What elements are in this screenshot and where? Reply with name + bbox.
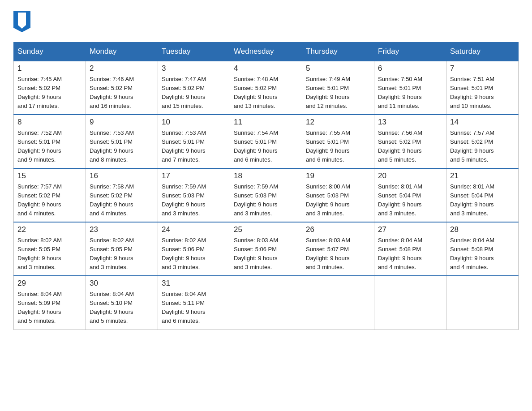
day-info: Sunrise: 7:59 AMSunset: 5:03 PMDaylight:… — [162, 182, 226, 218]
day-number: 7 — [450, 64, 515, 73]
logo — [13, 9, 34, 34]
day-number: 17 — [162, 171, 226, 180]
day-header-thursday: Thursday — [302, 43, 374, 61]
week-row-5: 29Sunrise: 8:04 AMSunset: 5:09 PMDayligh… — [14, 276, 519, 330]
calendar-cell: 30Sunrise: 8:04 AMSunset: 5:10 PMDayligh… — [86, 276, 158, 330]
calendar-cell: 21Sunrise: 8:01 AMSunset: 5:04 PMDayligh… — [446, 168, 519, 222]
day-number: 16 — [90, 171, 154, 180]
week-row-2: 8Sunrise: 7:52 AMSunset: 5:01 PMDaylight… — [14, 115, 519, 168]
day-info: Sunrise: 8:02 AMSunset: 5:06 PMDaylight:… — [162, 236, 226, 272]
calendar-cell: 27Sunrise: 8:04 AMSunset: 5:08 PMDayligh… — [374, 222, 446, 276]
day-header-saturday: Saturday — [446, 43, 519, 61]
day-number: 20 — [378, 171, 442, 180]
day-info: Sunrise: 7:47 AMSunset: 5:02 PMDaylight:… — [162, 75, 226, 111]
day-number: 5 — [306, 64, 370, 73]
calendar-cell: 3Sunrise: 7:47 AMSunset: 5:02 PMDaylight… — [158, 61, 230, 115]
calendar-cell: 26Sunrise: 8:03 AMSunset: 5:07 PMDayligh… — [302, 222, 374, 276]
day-number: 1 — [17, 64, 82, 73]
day-info: Sunrise: 7:51 AMSunset: 5:01 PMDaylight:… — [450, 75, 515, 111]
calendar-cell: 18Sunrise: 7:59 AMSunset: 5:03 PMDayligh… — [230, 168, 302, 222]
calendar-cell — [302, 276, 374, 330]
calendar-cell: 25Sunrise: 8:03 AMSunset: 5:06 PMDayligh… — [230, 222, 302, 276]
calendar-table: SundayMondayTuesdayWednesdayThursdayFrid… — [13, 42, 519, 330]
day-number: 30 — [90, 279, 154, 288]
day-number: 12 — [306, 118, 370, 127]
day-info: Sunrise: 7:59 AMSunset: 5:03 PMDaylight:… — [234, 182, 298, 218]
calendar-cell: 9Sunrise: 7:53 AMSunset: 5:01 PMDaylight… — [86, 115, 158, 168]
day-info: Sunrise: 8:04 AMSunset: 5:09 PMDaylight:… — [17, 290, 82, 326]
day-number: 31 — [162, 279, 226, 288]
day-header-monday: Monday — [86, 43, 158, 61]
week-row-4: 22Sunrise: 8:02 AMSunset: 5:05 PMDayligh… — [14, 222, 519, 276]
day-number: 9 — [90, 118, 154, 127]
day-number: 23 — [90, 225, 154, 234]
day-number: 15 — [17, 171, 82, 180]
calendar-cell: 12Sunrise: 7:55 AMSunset: 5:01 PMDayligh… — [302, 115, 374, 168]
day-info: Sunrise: 8:02 AMSunset: 5:05 PMDaylight:… — [90, 236, 154, 272]
calendar-cell: 20Sunrise: 8:01 AMSunset: 5:04 PMDayligh… — [374, 168, 446, 222]
calendar-cell: 7Sunrise: 7:51 AMSunset: 5:01 PMDaylight… — [446, 61, 519, 115]
day-number: 2 — [90, 64, 154, 73]
day-info: Sunrise: 7:53 AMSunset: 5:01 PMDaylight:… — [162, 128, 226, 165]
calendar-cell: 8Sunrise: 7:52 AMSunset: 5:01 PMDaylight… — [14, 115, 86, 168]
day-info: Sunrise: 8:04 AMSunset: 5:10 PMDaylight:… — [90, 290, 154, 326]
day-number: 11 — [234, 118, 298, 127]
day-info: Sunrise: 8:03 AMSunset: 5:07 PMDaylight:… — [306, 236, 370, 272]
calendar-cell: 28Sunrise: 8:04 AMSunset: 5:08 PMDayligh… — [446, 222, 519, 276]
day-info: Sunrise: 8:03 AMSunset: 5:06 PMDaylight:… — [234, 236, 298, 272]
calendar-cell: 4Sunrise: 7:48 AMSunset: 5:02 PMDaylight… — [230, 61, 302, 115]
day-number: 28 — [450, 225, 515, 234]
calendar-cell: 1Sunrise: 7:45 AMSunset: 5:02 PMDaylight… — [14, 61, 86, 115]
calendar-cell: 22Sunrise: 8:02 AMSunset: 5:05 PMDayligh… — [14, 222, 86, 276]
day-info: Sunrise: 7:57 AMSunset: 5:02 PMDaylight:… — [17, 182, 82, 218]
day-info: Sunrise: 8:00 AMSunset: 5:03 PMDaylight:… — [306, 182, 370, 218]
day-number: 6 — [378, 64, 442, 73]
day-info: Sunrise: 7:48 AMSunset: 5:02 PMDaylight:… — [234, 75, 298, 111]
calendar-cell: 24Sunrise: 8:02 AMSunset: 5:06 PMDayligh… — [158, 222, 230, 276]
day-number: 21 — [450, 171, 515, 180]
day-header-friday: Friday — [374, 43, 446, 61]
calendar-cell — [446, 276, 519, 330]
calendar-cell: 15Sunrise: 7:57 AMSunset: 5:02 PMDayligh… — [14, 168, 86, 222]
calendar-cell: 11Sunrise: 7:54 AMSunset: 5:01 PMDayligh… — [230, 115, 302, 168]
day-number: 22 — [17, 225, 82, 234]
day-info: Sunrise: 7:46 AMSunset: 5:02 PMDaylight:… — [90, 75, 154, 111]
logo-icon — [13, 11, 30, 34]
day-info: Sunrise: 7:57 AMSunset: 5:02 PMDaylight:… — [450, 128, 515, 165]
day-number: 26 — [306, 225, 370, 234]
day-number: 10 — [162, 118, 226, 127]
day-number: 3 — [162, 64, 226, 73]
day-info: Sunrise: 7:55 AMSunset: 5:01 PMDaylight:… — [306, 128, 370, 165]
day-number: 25 — [234, 225, 298, 234]
day-number: 8 — [17, 118, 82, 127]
calendar-cell: 13Sunrise: 7:56 AMSunset: 5:02 PMDayligh… — [374, 115, 446, 168]
day-info: Sunrise: 7:49 AMSunset: 5:01 PMDaylight:… — [306, 75, 370, 111]
calendar-cell: 29Sunrise: 8:04 AMSunset: 5:09 PMDayligh… — [14, 276, 86, 330]
day-info: Sunrise: 8:04 AMSunset: 5:11 PMDaylight:… — [162, 290, 226, 326]
day-header-wednesday: Wednesday — [230, 43, 302, 61]
week-row-3: 15Sunrise: 7:57 AMSunset: 5:02 PMDayligh… — [14, 168, 519, 222]
day-info: Sunrise: 8:01 AMSunset: 5:04 PMDaylight:… — [450, 182, 515, 218]
week-row-1: 1Sunrise: 7:45 AMSunset: 5:02 PMDaylight… — [14, 61, 519, 115]
day-number: 27 — [378, 225, 442, 234]
day-info: Sunrise: 7:56 AMSunset: 5:02 PMDaylight:… — [378, 128, 442, 165]
day-number: 19 — [306, 171, 370, 180]
calendar-cell: 19Sunrise: 8:00 AMSunset: 5:03 PMDayligh… — [302, 168, 374, 222]
day-number: 29 — [17, 279, 82, 288]
day-header-sunday: Sunday — [14, 43, 86, 61]
day-header-tuesday: Tuesday — [158, 43, 230, 61]
day-number: 24 — [162, 225, 226, 234]
calendar-cell: 17Sunrise: 7:59 AMSunset: 5:03 PMDayligh… — [158, 168, 230, 222]
calendar-cell: 5Sunrise: 7:49 AMSunset: 5:01 PMDaylight… — [302, 61, 374, 115]
day-info: Sunrise: 8:04 AMSunset: 5:08 PMDaylight:… — [450, 236, 515, 272]
day-info: Sunrise: 7:52 AMSunset: 5:01 PMDaylight:… — [17, 128, 82, 165]
calendar-cell: 23Sunrise: 8:02 AMSunset: 5:05 PMDayligh… — [86, 222, 158, 276]
calendar-cell: 6Sunrise: 7:50 AMSunset: 5:01 PMDaylight… — [374, 61, 446, 115]
calendar-cell — [230, 276, 302, 330]
page-header — [13, 9, 519, 34]
calendar-cell — [374, 276, 446, 330]
day-number: 14 — [450, 118, 515, 127]
day-info: Sunrise: 7:58 AMSunset: 5:02 PMDaylight:… — [90, 182, 154, 218]
day-info: Sunrise: 7:53 AMSunset: 5:01 PMDaylight:… — [90, 128, 154, 165]
calendar-cell: 16Sunrise: 7:58 AMSunset: 5:02 PMDayligh… — [86, 168, 158, 222]
